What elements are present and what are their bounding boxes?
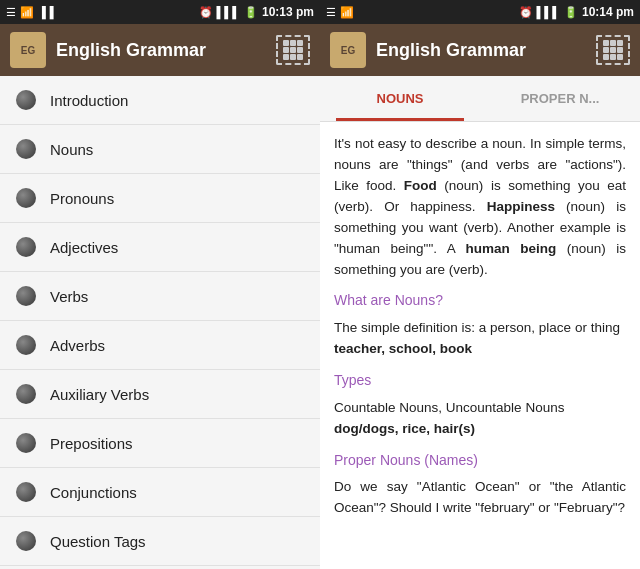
bullet-pronouns xyxy=(16,188,36,208)
bullet-introduction xyxy=(16,90,36,110)
grid-button-right[interactable] xyxy=(596,35,630,65)
app-icon-left: EG xyxy=(10,32,46,68)
bold-examples: teacher, school, book xyxy=(334,341,472,356)
app-title-right: English Grammar xyxy=(376,40,586,61)
bullet-adjectives xyxy=(16,237,36,257)
nav-item-verbs[interactable]: Verbs xyxy=(0,272,320,321)
status-bar-left: ☰ 📶 ▐▐ ⏰ ▌▌▌ 🔋 10:13 pm xyxy=(0,0,320,24)
nav-item-adjectives[interactable]: Adjectives xyxy=(0,223,320,272)
time-right: 10:14 pm xyxy=(582,5,634,19)
status-icons-left: ☰ 📶 ▐▐ xyxy=(6,6,54,19)
status-right-right: ⏰ ▌▌▌ 🔋 10:14 pm xyxy=(519,5,634,19)
para-definition: The simple definition is: a person, plac… xyxy=(334,318,626,360)
main-paragraph: It's not easy to describe a noun. In sim… xyxy=(334,134,626,280)
status-icons-right: ☰ 📶 xyxy=(326,6,354,19)
nav-item-conjunctions[interactable]: Conjunctions xyxy=(0,468,320,517)
android-icon: ☰ xyxy=(6,6,16,19)
grid-icon-left xyxy=(283,40,303,60)
tab-nouns[interactable]: NOUNS xyxy=(320,76,480,121)
nav-item-nouns[interactable]: Nouns xyxy=(0,125,320,174)
bullet-conjunctions xyxy=(16,482,36,502)
bold-food: Food xyxy=(404,178,437,193)
nav-label-conjunctions: Conjunctions xyxy=(50,484,137,501)
link-what-are-nouns[interactable]: What are Nouns? xyxy=(334,290,626,312)
bullet-prepositions xyxy=(16,433,36,453)
tab-nouns-label: NOUNS xyxy=(377,91,424,106)
bullet-question-tags xyxy=(16,531,36,551)
battery-icon-right: 🔋 xyxy=(564,6,578,19)
bold-human-being: human being xyxy=(465,241,556,256)
signal-bars: ▌▌▌ xyxy=(217,6,240,18)
nav-list: Introduction Nouns Pronouns Adjectives V… xyxy=(0,76,320,569)
definition-text: The simple definition is: a person, plac… xyxy=(334,320,620,335)
link-proper-nouns[interactable]: Proper Nouns (Names) xyxy=(334,450,626,472)
nav-label-question-tags: Question Tags xyxy=(50,533,146,550)
nav-label-prepositions: Prepositions xyxy=(50,435,133,452)
nav-item-introduction[interactable]: Introduction xyxy=(0,76,320,125)
nav-label-verbs: Verbs xyxy=(50,288,88,305)
signal-icon: ▐▐ xyxy=(38,6,54,18)
bullet-verbs xyxy=(16,286,36,306)
app-icon-text: EG xyxy=(21,45,35,56)
left-panel: ☰ 📶 ▐▐ ⏰ ▌▌▌ 🔋 10:13 pm EG English Gramm… xyxy=(0,0,320,569)
time-left: 10:13 pm xyxy=(262,5,314,19)
tab-proper-nouns[interactable]: PROPER N... xyxy=(480,76,640,121)
top-bar-left: EG English Grammar xyxy=(0,24,320,76)
signal-bars-right: ▌▌▌ xyxy=(537,6,560,18)
app-icon-text-right: EG xyxy=(341,45,355,56)
battery-icon: 🔋 xyxy=(244,6,258,19)
grid-icon-right xyxy=(603,40,623,60)
bullet-auxiliary-verbs xyxy=(16,384,36,404)
phone-icon-right: 📶 xyxy=(340,6,354,19)
content-area: It's not easy to describe a noun. In sim… xyxy=(320,122,640,569)
phone-icon: 📶 xyxy=(20,6,34,19)
nav-label-auxiliary-verbs: Auxiliary Verbs xyxy=(50,386,149,403)
right-panel: ☰ 📶 ⏰ ▌▌▌ 🔋 10:14 pm EG English Grammar … xyxy=(320,0,640,569)
tab-proper-nouns-label: PROPER N... xyxy=(521,91,600,106)
bullet-adverbs xyxy=(16,335,36,355)
nav-item-adverbs[interactable]: Adverbs xyxy=(0,321,320,370)
nav-label-pronouns: Pronouns xyxy=(50,190,114,207)
bold-happiness: Happiness xyxy=(487,199,555,214)
bullet-nouns xyxy=(16,139,36,159)
bold-types-examples: dog/dogs, rice, hair(s) xyxy=(334,421,475,436)
nav-label-introduction: Introduction xyxy=(50,92,128,109)
status-right-left: ⏰ ▌▌▌ 🔋 10:13 pm xyxy=(199,5,314,19)
para-proper-nouns: Do we say "Atlantic Ocean" or "the Atlan… xyxy=(334,477,626,519)
nav-label-nouns: Nouns xyxy=(50,141,93,158)
para-types: Countable Nouns, Uncountable Nouns dog/d… xyxy=(334,398,626,440)
app-icon-right: EG xyxy=(330,32,366,68)
alarm-icon-right: ⏰ xyxy=(519,6,533,19)
nav-item-prepositions[interactable]: Prepositions xyxy=(0,419,320,468)
nav-item-auxiliary-verbs[interactable]: Auxiliary Verbs xyxy=(0,370,320,419)
types-text: Countable Nouns, Uncountable Nouns xyxy=(334,400,564,415)
nav-label-adverbs: Adverbs xyxy=(50,337,105,354)
tab-bar: NOUNS PROPER N... xyxy=(320,76,640,122)
android-icon-right: ☰ xyxy=(326,6,336,19)
app-title-left: English Grammar xyxy=(56,40,266,61)
link-types[interactable]: Types xyxy=(334,370,626,392)
nav-item-pronouns[interactable]: Pronouns xyxy=(0,174,320,223)
nav-item-question-tags[interactable]: Question Tags xyxy=(0,517,320,566)
grid-button-left[interactable] xyxy=(276,35,310,65)
status-bar-right: ☰ 📶 ⏰ ▌▌▌ 🔋 10:14 pm xyxy=(320,0,640,24)
alarm-icon: ⏰ xyxy=(199,6,213,19)
nav-label-adjectives: Adjectives xyxy=(50,239,118,256)
top-bar-right: EG English Grammar xyxy=(320,24,640,76)
